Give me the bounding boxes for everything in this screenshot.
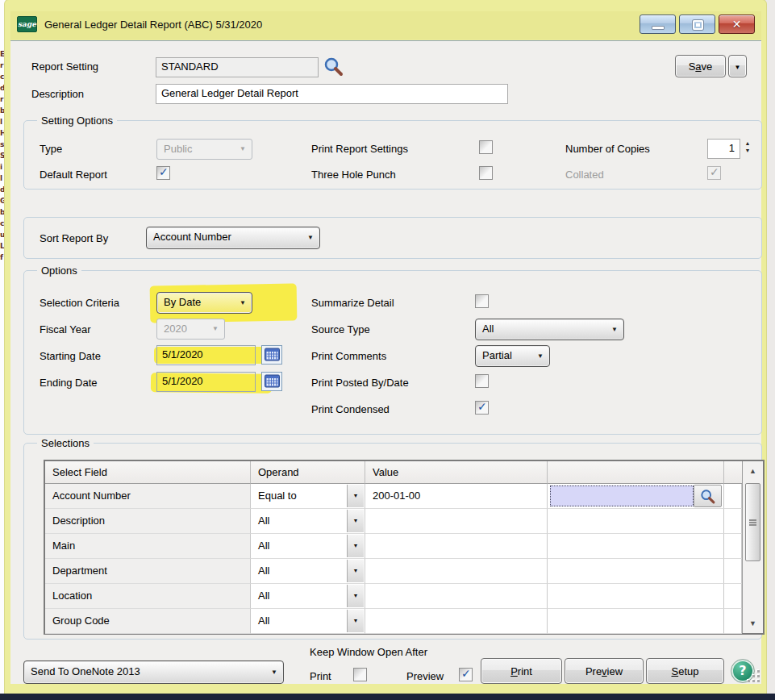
- print-check-label: Print: [310, 670, 331, 682]
- operand-cell[interactable]: Equal to▼: [251, 484, 365, 509]
- value-cell[interactable]: [365, 559, 548, 584]
- filler-cell: [724, 484, 742, 509]
- print-posted-checkbox[interactable]: [475, 374, 489, 388]
- operand-dropdown-button[interactable]: ▼: [347, 510, 364, 532]
- source-type-select[interactable]: All▼: [475, 319, 624, 340]
- number-of-copies-input[interactable]: 1: [707, 139, 740, 159]
- selections-title: Selections: [37, 437, 94, 449]
- operand-cell[interactable]: All▼: [251, 509, 365, 534]
- ending-date-label: Ending Date: [40, 377, 98, 389]
- operand-dropdown-button[interactable]: ▼: [347, 610, 364, 632]
- operand-cell[interactable]: All▼: [251, 534, 365, 559]
- operand-cell[interactable]: All▼: [251, 559, 365, 584]
- default-report-label: Default Report: [40, 169, 107, 181]
- setup-button[interactable]: Setup: [646, 658, 724, 684]
- close-icon: ✕: [719, 18, 754, 31]
- vertical-scrollbar[interactable]: ▲ ▼: [742, 461, 763, 633]
- spinner-up-icon[interactable]: ▲: [745, 140, 751, 146]
- sort-report-by-label: Sort Report By: [40, 232, 108, 244]
- three-hole-punch-checkbox[interactable]: [479, 166, 493, 180]
- filler-cell: [724, 509, 742, 534]
- preview-after-checkbox[interactable]: [459, 668, 473, 681]
- preview-button[interactable]: Preview: [565, 658, 644, 684]
- scrollbar-thumb[interactable]: [745, 483, 760, 561]
- type-label: Type: [40, 143, 62, 155]
- select-field-cell[interactable]: Account Number: [45, 484, 251, 509]
- select-field-cell[interactable]: Main: [45, 534, 251, 559]
- value-cell[interactable]: [365, 509, 548, 534]
- chevron-down-icon: ▼: [240, 146, 246, 152]
- value-cell[interactable]: [365, 584, 548, 609]
- close-button[interactable]: ✕: [719, 15, 755, 34]
- select-field-cell[interactable]: Description: [45, 509, 251, 534]
- table-row: DescriptionAll▼: [45, 509, 763, 534]
- entry-lookup-button[interactable]: [694, 485, 722, 507]
- maximize-button[interactable]: [679, 15, 715, 34]
- operand-cell[interactable]: All▼: [251, 584, 365, 609]
- value-cell[interactable]: [365, 534, 548, 559]
- title-bar[interactable]: sage General Ledger Detail Report (ABC) …: [10, 11, 761, 40]
- resize-grip[interactable]: [747, 669, 760, 682]
- report-setting-label: Report Setting: [31, 60, 98, 73]
- value-cell[interactable]: 200-01-00: [365, 484, 548, 509]
- scroll-down-icon[interactable]: ▼: [743, 619, 763, 627]
- chevron-down-icon: ▼: [271, 669, 277, 676]
- sort-report-by-select[interactable]: Account Number▼: [146, 227, 320, 249]
- starting-date-calendar-button[interactable]: [261, 345, 282, 365]
- print-after-checkbox[interactable]: [353, 668, 367, 681]
- number-of-copies-label: Number of Copies: [565, 143, 650, 155]
- column-header-operand[interactable]: Operand: [251, 461, 365, 484]
- ending-date-input[interactable]: 5/1/2020: [156, 372, 256, 392]
- ending-date-calendar-button[interactable]: [261, 372, 282, 391]
- entry-cell: [548, 534, 724, 559]
- summarize-detail-checkbox[interactable]: [475, 294, 489, 308]
- spinner-down-icon[interactable]: ▼: [745, 148, 751, 153]
- value-entry-cell[interactable]: [550, 485, 694, 506]
- print-report-settings-label: Print Report Settings: [311, 143, 408, 155]
- select-field-cell[interactable]: Location: [45, 584, 251, 609]
- report-window: sage General Ledger Detail Report (ABC) …: [5, 0, 766, 694]
- default-report-checkbox[interactable]: [156, 166, 170, 180]
- report-setting-lookup-button[interactable]: [323, 56, 344, 77]
- column-header-value[interactable]: Value: [365, 461, 548, 484]
- print-button[interactable]: Print: [481, 658, 562, 684]
- filler-cell: [724, 584, 742, 609]
- operand-dropdown-button[interactable]: ▼: [347, 560, 364, 582]
- description-field[interactable]: General Ledger Detail Report: [156, 84, 508, 104]
- operand-dropdown-button[interactable]: ▼: [347, 535, 364, 557]
- type-select: Public▼: [156, 139, 252, 160]
- selection-criteria-select[interactable]: By Date▼: [156, 292, 252, 314]
- window-title: General Ledger Detail Report (ABC) 5/31/…: [44, 19, 262, 31]
- maximize-icon: [693, 20, 703, 30]
- operand-cell[interactable]: All▼: [251, 609, 365, 634]
- select-field-cell[interactable]: Department: [45, 559, 251, 584]
- print-condensed-label: Print Condensed: [311, 403, 390, 415]
- entry-cell[interactable]: [548, 484, 724, 509]
- scroll-up-icon[interactable]: ▲: [743, 467, 763, 475]
- calendar-icon: [265, 348, 280, 361]
- print-comments-label: Print Comments: [311, 350, 386, 362]
- table-row: Account NumberEqual to▼200-01-00: [45, 484, 763, 509]
- print-condensed-checkbox[interactable]: [475, 401, 489, 415]
- save-button[interactable]: Save: [675, 55, 726, 77]
- select-field-cell[interactable]: Group Code: [45, 609, 251, 634]
- column-header-select-field[interactable]: Select Field: [45, 461, 251, 484]
- chevron-down-icon: ▼: [240, 300, 246, 306]
- operand-dropdown-button[interactable]: ▼: [347, 585, 364, 607]
- printer-select[interactable]: Send To OneNote 2013▼: [23, 660, 284, 684]
- save-dropdown-button[interactable]: ▼: [728, 55, 747, 77]
- options-title: Options: [37, 265, 81, 277]
- print-report-settings-checkbox[interactable]: [479, 140, 493, 154]
- value-cell[interactable]: [365, 609, 548, 634]
- copies-spinner[interactable]: ▲▼: [742, 140, 753, 154]
- starting-date-input[interactable]: 5/1/2020: [156, 345, 256, 365]
- print-comments-select[interactable]: Partial▼: [475, 345, 550, 367]
- operand-dropdown-button[interactable]: ▼: [347, 485, 364, 507]
- chevron-down-icon: ▼: [212, 326, 219, 332]
- sage-app-icon: sage: [17, 16, 37, 32]
- entry-cell: [548, 609, 724, 634]
- report-setting-field[interactable]: STANDARD: [156, 57, 319, 77]
- selections-table-header: Select Field Operand Value: [45, 461, 763, 484]
- preview-check-label: Preview: [406, 670, 444, 682]
- minimize-button[interactable]: [640, 15, 676, 34]
